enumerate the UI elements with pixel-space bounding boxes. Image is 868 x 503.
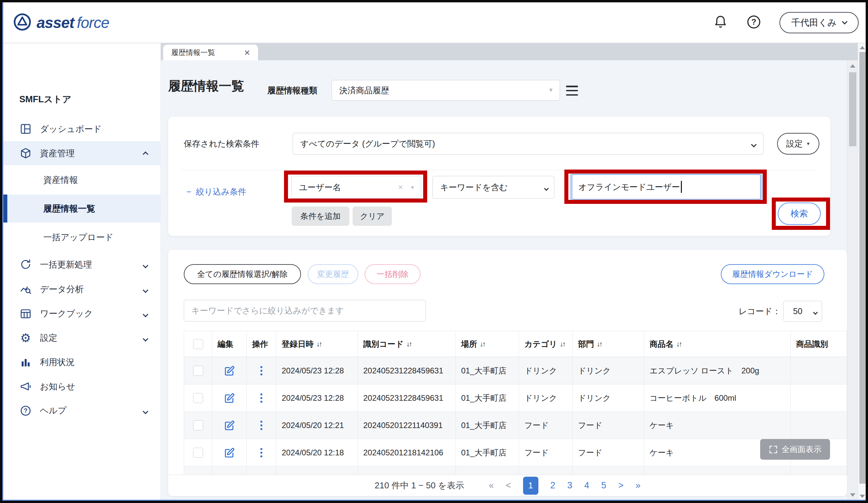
column-header-location[interactable]: 場所↓↑ <box>456 331 519 357</box>
column-header-department[interactable]: 部門↓↑ <box>573 331 644 357</box>
first-page-button[interactable]: « <box>489 480 494 491</box>
edit-button[interactable] <box>212 384 247 412</box>
cell-registered-at: 2024/05/20 12:21 <box>276 412 358 439</box>
row-actions-button[interactable] <box>247 357 276 384</box>
scroll-up-icon[interactable] <box>860 46 865 49</box>
filter-field-select[interactable]: ユーザー名 × ▼ <box>291 176 421 198</box>
edit-button[interactable] <box>212 439 247 466</box>
bulk-delete-button[interactable]: 一括削除 <box>364 264 421 284</box>
cell-product-id <box>791 412 847 439</box>
pencil-square-icon <box>224 365 235 377</box>
package-icon <box>19 147 32 160</box>
history-type-select[interactable]: 決済商品履歴 ▼ <box>332 80 560 101</box>
table-filter-input[interactable] <box>184 300 426 321</box>
sort-icon[interactable]: ↓↑ <box>316 340 321 348</box>
page-button[interactable]: 2 <box>550 480 555 491</box>
content-scrollbar[interactable] <box>847 60 858 501</box>
text-cursor <box>681 181 682 193</box>
row-actions-button[interactable] <box>247 412 276 439</box>
edit-button[interactable] <box>212 357 247 384</box>
sidebar-item-label: ヘルプ <box>40 405 66 417</box>
row-checkbox[interactable] <box>193 393 203 403</box>
change-history-button[interactable]: 変更履歴 <box>308 264 358 284</box>
page-button[interactable]: 3 <box>567 480 572 491</box>
fullscreen-button[interactable]: 全画面表示 <box>760 439 830 460</box>
sidebar-item-data-analysis[interactable]: データ分析 <box>3 277 161 301</box>
sort-icon[interactable]: ↓↑ <box>597 340 602 348</box>
page-button-current[interactable]: 1 <box>523 477 538 495</box>
sidebar-item-history-list[interactable]: 履歴情報一覧 <box>3 195 161 223</box>
cell-id-code: 202405231228459631 <box>358 357 456 384</box>
clear-button[interactable]: クリア <box>353 206 392 226</box>
settings-button[interactable]: 設定 ▼ <box>777 133 819 155</box>
sidebar-item-label: 履歴情報一覧 <box>43 203 95 215</box>
scroll-up-icon[interactable] <box>850 64 855 68</box>
sidebar-item-dashboard[interactable]: ダッシュボード <box>3 116 161 141</box>
pagination-summary: 210 件中 1 − 50 を表示 <box>374 480 464 491</box>
sidebar-item-asset-management[interactable]: 資産管理 <box>3 141 161 165</box>
page-scrollbar[interactable] <box>858 43 866 501</box>
saved-search-select[interactable]: すべてのデータ (グループで閲覧可) <box>293 133 763 155</box>
notification-bell-icon[interactable] <box>713 14 728 31</box>
sort-icon[interactable]: ↓↑ <box>560 340 565 348</box>
cell-location: 01_大手町店 <box>456 439 519 466</box>
cell-product-id <box>791 357 847 384</box>
clear-icon[interactable]: × <box>398 183 403 192</box>
cell-product-name: コーヒーボトル 600ml <box>644 384 791 412</box>
logo-text: assetforce <box>37 14 109 32</box>
scroll-down-icon[interactable] <box>860 495 865 498</box>
filter-conditions-toggle[interactable]: − 絞り込み条件 <box>186 180 246 203</box>
sidebar-item-news[interactable]: お知らせ <box>3 374 161 398</box>
last-page-button[interactable]: » <box>636 480 641 491</box>
cell-category: フード <box>519 412 573 439</box>
table-row: 2024/05/20 12:21 202405201221140391 01_大… <box>184 412 847 439</box>
next-page-button[interactable]: > <box>618 480 623 491</box>
sort-icon[interactable]: ↓↑ <box>406 340 411 348</box>
scroll-down-icon[interactable] <box>850 493 855 497</box>
user-menu-button[interactable]: 千代田くみ <box>779 12 859 33</box>
chevron-up-icon <box>144 148 147 158</box>
column-header-id-code[interactable]: 識別コード↓↑ <box>358 331 456 357</box>
sidebar-item-bulk-upload[interactable]: 一括アップロード <box>3 223 161 252</box>
content-scrollbar-thumb[interactable] <box>849 72 856 146</box>
row-checkbox[interactable] <box>193 448 203 458</box>
screenshot-frame: assetforce ? 千代田くみ SMFLストア <box>0 0 868 503</box>
cell-department: ドリンク <box>573 384 644 412</box>
sidebar-item-bulk-update[interactable]: 一括更新処理 <box>3 252 161 277</box>
help-icon[interactable]: ? <box>746 14 762 31</box>
chevron-down-icon <box>144 308 147 319</box>
pagination-bar: 210 件中 1 − 50 を表示 « < 1 2 3 4 5 > » <box>168 475 847 496</box>
page-button[interactable]: 4 <box>584 480 589 491</box>
row-checkbox[interactable] <box>193 420 203 430</box>
sidebar-item-settings[interactable]: ⚙ 設定 <box>3 326 161 350</box>
column-header-product-name[interactable]: 商品名↓↑ <box>644 331 791 357</box>
select-all-checkbox[interactable] <box>193 339 203 349</box>
select-all-button[interactable]: 全ての履歴情報選択/解除 <box>184 264 301 284</box>
sidebar-item-workbook[interactable]: ワークブック <box>3 301 161 326</box>
sort-icon[interactable]: ↓↑ <box>480 340 485 348</box>
filter-operator-select[interactable]: キーワードを含む <box>433 176 554 198</box>
page-button[interactable]: 5 <box>601 480 606 491</box>
add-condition-button[interactable]: 条件を追加 <box>292 206 349 226</box>
close-icon[interactable]: × <box>244 48 250 58</box>
sidebar-item-help[interactable]: ? ヘルプ <box>3 398 161 423</box>
row-checkbox[interactable] <box>193 366 203 376</box>
prev-page-button[interactable]: < <box>506 480 511 491</box>
records-per-page-select[interactable]: 50 <box>783 301 822 322</box>
column-header-category[interactable]: カテゴリ↓↑ <box>519 331 573 357</box>
sidebar-item-usage[interactable]: 利用状況 <box>3 350 161 374</box>
row-actions-button[interactable] <box>247 439 276 466</box>
column-header-registered-at[interactable]: 登録日時↓↑ <box>276 331 358 357</box>
edit-button[interactable] <box>212 412 247 439</box>
sort-icon[interactable]: ↓↑ <box>676 340 681 348</box>
menu-icon[interactable] <box>566 85 578 95</box>
svg-text:?: ? <box>751 17 756 26</box>
row-actions-button[interactable] <box>247 384 276 412</box>
search-button[interactable]: 検索 <box>778 203 821 225</box>
tab-history-list[interactable]: 履歴情報一覧 × <box>163 45 258 60</box>
download-button[interactable]: 履歴情報ダウンロード <box>721 264 824 284</box>
filter-operator-value: キーワードを含む <box>440 182 508 193</box>
page-scrollbar-thumb[interactable] <box>859 52 866 484</box>
sidebar-item-asset-info[interactable]: 資産情報 <box>3 165 161 195</box>
filter-keyword-input[interactable]: オフラインモードユーザー <box>572 174 761 199</box>
